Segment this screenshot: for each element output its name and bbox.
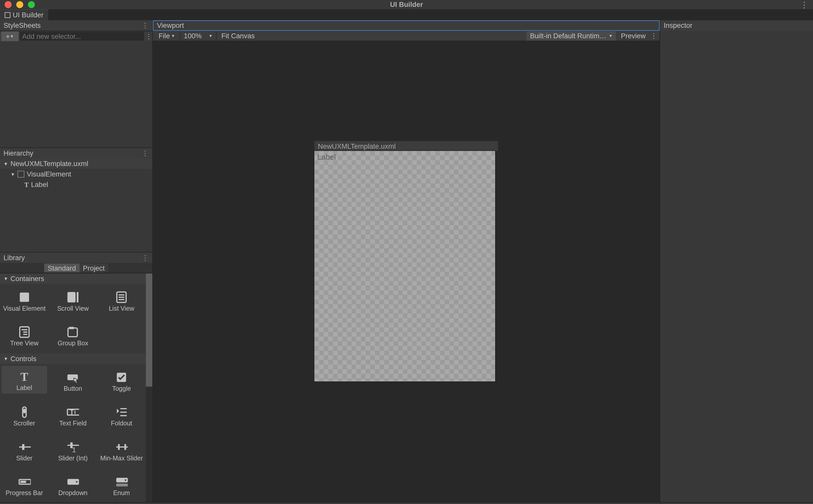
fit-canvas-button[interactable]: Fit Canvas — [218, 31, 258, 40]
enum-icon — [115, 475, 128, 488]
scroll-view-icon — [67, 291, 79, 304]
library-scroll[interactable]: ▼ Containers Visual Element Scroll View — [0, 273, 146, 502]
window-menu-button[interactable]: ⋮ — [800, 0, 808, 9]
close-window-button[interactable] — [5, 1, 11, 8]
document-body[interactable]: Label — [314, 151, 495, 382]
chevron-down-icon: ▼ — [209, 34, 213, 38]
svg-rect-16 — [23, 409, 26, 413]
library-header: Library ⋮ — [0, 253, 152, 263]
hierarchy-root-label: NewUXMLTemplate.uxml — [10, 160, 88, 168]
svg-rect-32 — [20, 481, 26, 483]
lib-item-scroller[interactable]: Scroller — [0, 399, 48, 434]
hierarchy-item-label: VisualElement — [27, 170, 71, 178]
window-controls — [5, 1, 35, 8]
chevron-down-icon: ▼ — [609, 34, 613, 38]
viewport-canvas[interactable]: NewUXMLTemplate.uxml Label — [153, 41, 660, 502]
lib-item-button[interactable]: Button — [48, 364, 97, 399]
window-titlebar: UI Builder ⋮ — [0, 0, 813, 9]
group-box-icon — [67, 326, 79, 338]
library-section-containers[interactable]: ▼ Containers — [0, 273, 146, 284]
lib-item-list-view[interactable]: List View — [97, 284, 146, 319]
stylesheets-header: StyleSheets ⋮ — [0, 20, 152, 31]
selector-input[interactable] — [20, 32, 144, 41]
dropdown-icon — [67, 475, 79, 488]
document-frame[interactable]: NewUXMLTemplate.uxml Label — [314, 141, 498, 381]
svg-rect-2 — [77, 292, 79, 303]
tab-project[interactable]: Project — [79, 263, 108, 272]
lib-item-visual-element[interactable]: Visual Element — [0, 284, 48, 319]
canvas-label-element[interactable]: Label — [317, 153, 336, 161]
lib-item-foldout[interactable]: Foldout — [97, 399, 146, 434]
tab-standard[interactable]: Standard — [44, 263, 79, 272]
tab-ui-builder[interactable]: UI Builder — [0, 9, 48, 20]
lib-item-enum[interactable]: Enum — [97, 469, 146, 502]
inspector-header: Inspector — [660, 20, 813, 31]
hierarchy-panel: Hierarchy ⋮ ▼ NewUXMLTemplate.uxml ▼ Vis… — [0, 148, 152, 253]
chevron-down-icon: ▼ — [171, 34, 175, 38]
library-scrollbar[interactable] — [146, 273, 152, 502]
svg-rect-11 — [68, 328, 77, 337]
hierarchy-item-label[interactable]: T Label — [0, 179, 152, 190]
ui-builder-icon — [5, 12, 10, 18]
min-max-slider-icon — [115, 440, 128, 453]
scroller-icon — [18, 406, 31, 419]
lib-item-dropdown[interactable]: Dropdown — [48, 469, 97, 502]
stylesheets-toolbar-menu[interactable]: ⋮ — [145, 32, 152, 40]
file-menu[interactable]: File▼ — [155, 31, 179, 40]
stylesheets-toolbar: +▼ ⋮ — [0, 31, 152, 41]
chevron-down-icon: ▼ — [10, 34, 14, 38]
bottom-left-gutter: ▲ — [0, 502, 153, 504]
window-title: UI Builder — [0, 1, 813, 9]
lib-item-scroll-view[interactable]: Scroll View — [48, 284, 97, 319]
lib-item-group-box[interactable]: Group Box — [48, 319, 97, 354]
theme-dropdown[interactable]: Built-in Default Runtim… ▼ — [526, 31, 616, 40]
lib-item-slider[interactable]: Slider — [0, 434, 48, 469]
list-view-icon — [115, 291, 128, 304]
inspector-body[interactable] — [660, 31, 813, 502]
minimize-window-button[interactable] — [16, 1, 23, 8]
hierarchy-header: Hierarchy ⋮ — [0, 148, 152, 158]
uxml-preview-bar[interactable]: UXML Preview - NewUXMLTemplate.uxml — [153, 502, 660, 504]
svg-rect-1 — [68, 292, 76, 303]
foldout-icon[interactable]: ▼ — [4, 276, 8, 281]
viewport-header: Viewport — [153, 20, 660, 31]
library-panel: Library ⋮ Standard Project ▼ Containers — [0, 253, 152, 502]
add-selector-button[interactable]: +▼ — [1, 31, 19, 41]
hierarchy-menu-button[interactable]: ⋮ — [142, 149, 148, 157]
uss-preview-bar[interactable]: USS Preview — [660, 502, 813, 504]
library-menu-button[interactable]: ⋮ — [142, 254, 148, 262]
hierarchy-root[interactable]: ▼ NewUXMLTemplate.uxml — [0, 158, 152, 169]
stylesheets-body[interactable] — [0, 41, 152, 148]
library-section-controls[interactable]: ▼ Controls — [0, 354, 146, 364]
lib-item-tree-view[interactable]: Tree View — [0, 319, 48, 354]
label-icon: T — [18, 370, 31, 383]
lib-item-min-max-slider[interactable]: Min-Max Slider — [97, 434, 146, 469]
lib-item-slider-int[interactable]: 1 Slider (Int) — [48, 434, 97, 469]
hierarchy-tree[interactable]: ▼ NewUXMLTemplate.uxml ▼ VisualElement T… — [0, 158, 152, 252]
editor-tabs: UI Builder — [0, 9, 813, 20]
lib-item-text-field[interactable]: T Text Field — [48, 399, 97, 434]
foldout-icon[interactable]: ▼ — [10, 172, 15, 177]
visual-element-icon — [18, 291, 31, 304]
svg-rect-30 — [124, 444, 126, 450]
scrollbar-thumb[interactable] — [146, 273, 152, 387]
maximize-window-button[interactable] — [28, 1, 35, 8]
preview-button[interactable]: Preview — [618, 31, 649, 40]
svg-text:T: T — [70, 408, 74, 416]
hierarchy-item-visual-element[interactable]: ▼ VisualElement — [0, 169, 152, 179]
plus-icon: + — [6, 32, 10, 40]
lib-item-label[interactable]: T Label — [2, 366, 47, 394]
stylesheets-menu-button[interactable]: ⋮ — [142, 21, 148, 30]
progress-bar-icon — [18, 475, 31, 488]
lib-item-toggle[interactable]: Toggle — [97, 364, 146, 399]
stylesheets-panel: StyleSheets ⋮ +▼ ⋮ — [0, 20, 152, 148]
visual-element-icon — [17, 171, 24, 178]
tab-label: UI Builder — [13, 11, 43, 19]
foldout-icon[interactable]: ▼ — [4, 356, 8, 361]
zoom-dropdown[interactable]: 100% ▼ — [181, 31, 215, 40]
foldout-icon[interactable]: ▼ — [4, 161, 8, 166]
hierarchy-item-label-text: Label — [31, 181, 48, 189]
lib-item-progress-bar[interactable]: Progress Bar — [0, 469, 48, 502]
foldout-icon — [115, 406, 128, 419]
viewport-menu-button[interactable]: ⋮ — [650, 32, 657, 40]
